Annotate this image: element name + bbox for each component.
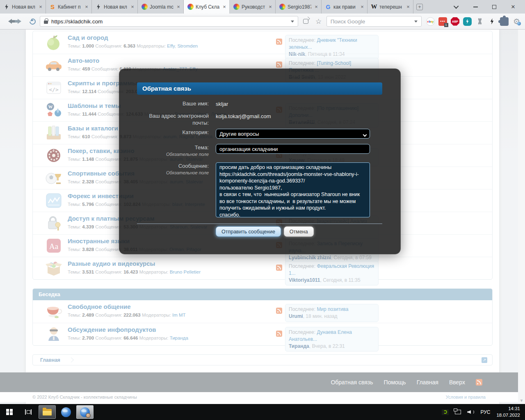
url-dropdown-icon[interactable] <box>291 21 294 24</box>
tab-close-icon[interactable] <box>267 4 273 10</box>
browser-app-button[interactable] <box>57 405 75 419</box>
minimize-button[interactable] <box>466 0 485 14</box>
subject-row: Тема: Обязательное поле <box>137 144 382 157</box>
plus-icon: + <box>416 4 423 10</box>
start-button[interactable] <box>0 404 19 420</box>
tab-close-icon[interactable] <box>359 4 365 10</box>
message-required-note: Обязательное поле <box>137 170 209 175</box>
nvidia-icon[interactable] <box>442 409 449 415</box>
browser-tab[interactable]: Joomla mc <box>138 0 184 14</box>
puzzle-icon[interactable] <box>500 17 509 26</box>
wikipedia-favicon: W <box>371 4 377 10</box>
close-window-button[interactable]: × <box>504 0 523 14</box>
message-textarea[interactable]: просим дать добро на организацию складчи… <box>216 162 370 217</box>
email-label: Ваш адрес электронной почты: <box>137 112 209 126</box>
name-label: Ваше имя: <box>137 100 209 107</box>
browser-tab[interactable]: Клуб Скла <box>184 0 230 14</box>
new-tab-button[interactable]: + <box>414 0 425 14</box>
star-icon: ☆ <box>315 18 322 25</box>
tray-date: 18.07.2022 <box>496 413 520 418</box>
lightning-teal-icon[interactable] <box>463 17 472 26</box>
restore-button[interactable] <box>485 0 504 14</box>
name-row: Ваше имя: skljar <box>137 100 382 107</box>
browser-tab[interactable]: Руководст <box>230 0 276 14</box>
message-label: Сообщение: <box>137 162 209 169</box>
browser-toolbar: https://skladchik.com ☆ Поиск Google eba… <box>0 14 525 30</box>
browser-tab[interactable]: Sergio1987 <box>276 0 322 14</box>
ribbon-icon[interactable] <box>475 17 484 26</box>
extension-badge: 1 <box>444 23 448 27</box>
network-icon[interactable] <box>455 410 461 414</box>
reload-icon <box>28 17 37 25</box>
tab-strip: Новая вкл S Кабинет п Новая вкл Joomla m… <box>0 0 413 14</box>
google-favicon: G <box>325 4 331 10</box>
volume-icon[interactable] <box>467 409 474 415</box>
taskbar: РУС 14:31 18.07.2022 <box>0 404 525 420</box>
forward-icon <box>18 19 24 24</box>
pinwheel-favicon <box>187 4 194 10</box>
dots-menu-icon[interactable]: •••1 <box>438 17 447 26</box>
name-value: skljar <box>216 101 228 107</box>
tray-time: 14:31 <box>508 406 520 411</box>
clock[interactable]: 14:31 18.07.2022 <box>496 406 520 418</box>
task-view-icon <box>25 409 32 415</box>
extension-toolbar: ebay •••1 ABP ⚙ <box>426 17 521 26</box>
modal-title: Обратная связь <box>137 82 382 95</box>
system-tray: РУС 14:31 18.07.2022 <box>442 406 525 418</box>
tab-close-icon[interactable] <box>405 4 411 10</box>
minimize-icon <box>473 7 478 7</box>
tab-close-icon[interactable] <box>176 4 181 10</box>
browser-tab[interactable]: W теперешн <box>368 0 413 14</box>
modal-buttons: Отправить сообщение Отмена <box>216 226 314 237</box>
browser-tab[interactable]: G как прави <box>322 0 368 14</box>
language-indicator[interactable]: РУС <box>480 409 490 415</box>
submit-button[interactable]: Отправить сообщение <box>216 226 281 237</box>
gear-globe-icon[interactable]: ⚙ <box>512 17 521 26</box>
search-input[interactable]: Поиск Google <box>326 16 422 27</box>
email-value: kolja.tokarj@gmail.com <box>216 113 271 119</box>
ebay-icon[interactable]: ebay <box>426 17 435 26</box>
back-button[interactable] <box>4 17 13 26</box>
task-view-button[interactable] <box>19 404 38 420</box>
share-icon <box>303 19 308 24</box>
chevron-down-icon <box>453 4 459 9</box>
tab-close-icon[interactable] <box>313 4 319 10</box>
url-text[interactable]: https://skladchik.com <box>51 18 288 25</box>
lightning-favicon <box>3 4 10 10</box>
pinwheel-favicon <box>279 4 285 10</box>
browser-profile-button[interactable] <box>76 405 94 419</box>
browser-tab[interactable]: Новая вкл <box>92 0 138 14</box>
cancel-button[interactable]: Отмена <box>284 226 314 237</box>
email-row: Ваш адрес электронной почты: kolja.tokar… <box>137 112 382 126</box>
forward-button[interactable] <box>16 17 25 26</box>
globe-icon <box>61 407 71 417</box>
tab-close-icon[interactable] <box>221 4 227 10</box>
s-orange-favicon: S <box>49 4 56 10</box>
tab-bar: Новая вкл S Кабинет п Новая вкл Joomla m… <box>0 0 525 14</box>
restore-icon <box>492 5 496 9</box>
tab-close-icon[interactable] <box>84 4 89 10</box>
share-button[interactable] <box>301 16 311 26</box>
browser-tab[interactable]: Новая вкл <box>0 0 46 14</box>
padlock-icon[interactable] <box>44 21 48 24</box>
category-select[interactable]: Другие вопросы <box>216 129 370 139</box>
tab-list-menu-button[interactable] <box>447 0 466 14</box>
bookmark-button[interactable]: ☆ <box>314 16 324 26</box>
browser-tab[interactable]: S Кабинет п <box>46 0 92 14</box>
address-bar[interactable]: https://skladchik.com <box>40 16 298 27</box>
globe-profile-icon <box>80 407 90 417</box>
lightning-dark-icon[interactable] <box>488 17 496 26</box>
subject-input[interactable] <box>216 144 370 154</box>
windows-logo-icon <box>6 409 13 415</box>
screen: Новая вкл S Кабинет п Новая вкл Joomla m… <box>0 0 525 420</box>
search-dropdown-icon[interactable] <box>414 21 418 24</box>
feedback-modal: Обратная связь Ваше имя: skljar Ваш адре… <box>119 68 401 254</box>
window-controls: × <box>447 0 525 14</box>
reload-button[interactable] <box>28 17 37 26</box>
tab-close-icon[interactable] <box>130 4 135 10</box>
avatar <box>86 413 91 418</box>
category-label: Категория: <box>137 129 209 139</box>
abp-icon[interactable]: ABP <box>451 17 459 26</box>
file-explorer-button[interactable] <box>39 405 56 419</box>
tab-close-icon[interactable] <box>38 4 43 10</box>
